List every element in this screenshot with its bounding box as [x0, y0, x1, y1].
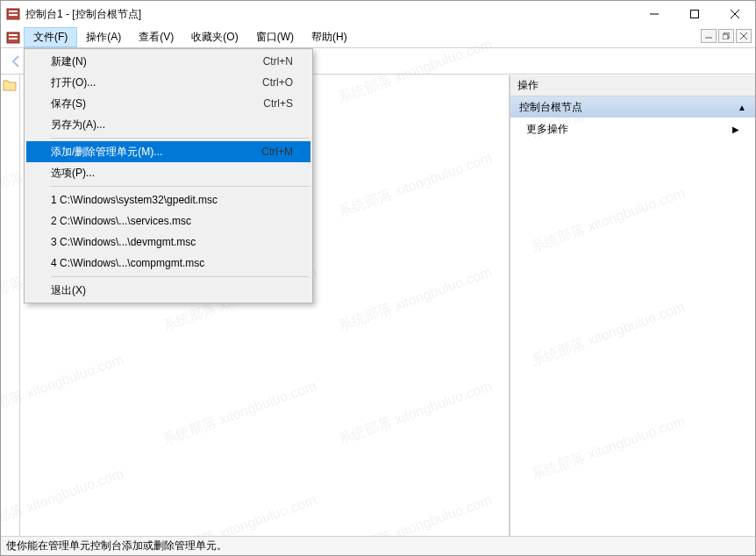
- svg-rect-4: [691, 11, 699, 18]
- menu-bar: 文件(F)操作(A)查看(V)收藏夹(O)窗口(W)帮助(H): [1, 27, 755, 48]
- menu-item-label: 退出(X): [51, 283, 293, 298]
- file-menu-item-10[interactable]: 3 C:\Windows\...\devmgmt.msc: [26, 232, 310, 253]
- menu-separator: [51, 138, 309, 139]
- status-bar: 使你能在管理单元控制台添加或删除管理单元。: [1, 536, 755, 555]
- file-menu-item-2[interactable]: 保存(S)Ctrl+S: [26, 93, 310, 114]
- menu-item-shortcut: Ctrl+O: [262, 76, 293, 89]
- file-menu-dropdown: 新建(N)Ctrl+N打开(O)...Ctrl+O保存(S)Ctrl+S另存为(…: [24, 48, 313, 303]
- svg-rect-8: [9, 34, 18, 36]
- menu-item-shortcut: Ctrl+N: [263, 55, 293, 68]
- mmc-icon: [4, 27, 22, 47]
- maximize-button[interactable]: [674, 1, 715, 27]
- actions-more-link[interactable]: 更多操作 ▶: [510, 118, 755, 140]
- mdi-minimize-button[interactable]: [701, 29, 717, 43]
- actions-section-label: 控制台根节点: [519, 100, 582, 115]
- actions-pane: 操作 控制台根节点 ▲ 更多操作 ▶: [510, 75, 755, 536]
- file-menu-item-6[interactable]: 选项(P)...: [26, 162, 310, 183]
- menu-item-label: 打开(O)...: [51, 75, 262, 90]
- menu-item-label: 保存(S): [51, 96, 263, 111]
- svg-rect-2: [9, 14, 18, 16]
- file-menu-item-8[interactable]: 1 C:\Windows\system32\gpedit.msc: [26, 189, 310, 210]
- menu-item-label: 添加/删除管理单元(M)...: [51, 145, 261, 160]
- menu-item-label: 新建(N): [51, 54, 263, 69]
- menu-item-label: 选项(P)...: [51, 166, 293, 181]
- folder-icon: [3, 82, 17, 94]
- file-menu-item-0[interactable]: 新建(N)Ctrl+N: [26, 51, 310, 72]
- status-text: 使你能在管理单元控制台添加或删除管理单元。: [6, 538, 227, 553]
- mdi-window-controls: [701, 29, 752, 43]
- chevron-right-icon: ▶: [732, 125, 739, 134]
- minimize-button[interactable]: [634, 1, 674, 27]
- menu-item-label: 4 C:\Windows\...\compmgmt.msc: [51, 257, 293, 269]
- svg-rect-9: [9, 38, 18, 39]
- menu-item-shortcut: Ctrl+M: [261, 146, 293, 158]
- menu-item-shortcut: Ctrl+S: [263, 97, 293, 110]
- menu-item-5[interactable]: 帮助(H): [303, 27, 356, 47]
- collapse-icon: ▲: [738, 103, 746, 112]
- menu-item-0[interactable]: 文件(F): [24, 27, 77, 47]
- close-button[interactable]: [715, 1, 755, 27]
- actions-pane-header: 操作: [510, 75, 755, 96]
- file-menu-item-11[interactable]: 4 C:\Windows\...\compmgmt.msc: [26, 253, 310, 274]
- window-title: 控制台1 - [控制台根节点]: [25, 7, 634, 22]
- menu-separator: [51, 186, 309, 187]
- menu-separator: [51, 276, 309, 277]
- actions-header-label: 操作: [517, 78, 538, 93]
- file-menu-item-3[interactable]: 另存为(A)...: [26, 114, 310, 135]
- file-menu-item-1[interactable]: 打开(O)...Ctrl+O: [26, 72, 310, 93]
- actions-more-label: 更多操作: [526, 122, 568, 137]
- mdi-restore-button[interactable]: [718, 29, 734, 43]
- file-menu-item-5[interactable]: 添加/删除管理单元(M)...Ctrl+M: [26, 141, 310, 162]
- menu-item-label: 1 C:\Windows\system32\gpedit.msc: [51, 194, 293, 206]
- mdi-close-button[interactable]: [736, 29, 752, 43]
- app-icon: [6, 7, 20, 21]
- svg-rect-12: [723, 34, 728, 39]
- tree-pane[interactable]: [1, 75, 20, 536]
- menu-item-4[interactable]: 窗口(W): [247, 27, 303, 47]
- menu-item-label: 2 C:\Windows\...\services.msc: [51, 215, 293, 227]
- menu-item-1[interactable]: 操作(A): [77, 27, 130, 47]
- actions-section-header[interactable]: 控制台根节点 ▲: [510, 96, 755, 118]
- menu-item-label: 另存为(A)...: [51, 118, 293, 132]
- svg-rect-1: [9, 11, 18, 12]
- menu-item-label: 3 C:\Windows\...\devmgmt.msc: [51, 236, 293, 248]
- title-bar: 控制台1 - [控制台根节点]: [1, 1, 755, 27]
- menu-item-2[interactable]: 查看(V): [130, 27, 182, 47]
- file-menu-item-13[interactable]: 退出(X): [26, 280, 310, 301]
- file-menu-item-9[interactable]: 2 C:\Windows\...\services.msc: [26, 210, 310, 232]
- menu-item-3[interactable]: 收藏夹(O): [182, 27, 246, 47]
